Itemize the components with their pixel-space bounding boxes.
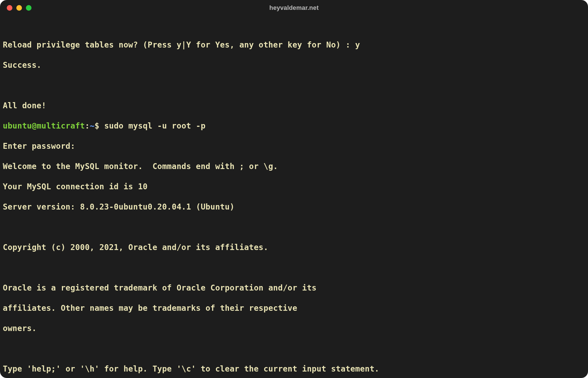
term-line: Server version: 8.0.23-0ubuntu0.20.04.1 … xyxy=(3,202,585,212)
terminal-body[interactable]: Reload privilege tables now? (Press y|Y … xyxy=(0,16,588,378)
term-line: Oracle is a registered trademark of Orac… xyxy=(3,283,585,293)
term-line: Reload privilege tables now? (Press y|Y … xyxy=(3,40,585,50)
titlebar: heyvaldemar.net xyxy=(0,0,588,16)
term-line: Enter password: xyxy=(3,141,585,151)
term-line: Success. xyxy=(3,60,585,70)
term-line: affiliates. Other names may be trademark… xyxy=(3,303,585,313)
term-line: owners. xyxy=(3,323,585,334)
term-line: Type 'help;' or '\h' for help. Type '\c'… xyxy=(3,364,585,374)
term-line xyxy=(3,263,585,273)
prompt-at: @ xyxy=(32,121,37,130)
prompt-command: sudo mysql -u root -p xyxy=(104,121,205,130)
traffic-lights xyxy=(7,5,32,11)
prompt-path: ~ xyxy=(90,121,95,130)
term-line xyxy=(3,344,585,354)
window-title: heyvaldemar.net xyxy=(0,4,588,12)
term-line: Copyright (c) 2000, 2021, Oracle and/or … xyxy=(3,242,585,253)
close-icon[interactable] xyxy=(7,5,12,11)
prompt-user: ubuntu xyxy=(3,121,32,130)
prompt-colon: : xyxy=(85,121,90,130)
terminal-window: heyvaldemar.net Reload privilege tables … xyxy=(0,0,588,378)
zoom-icon[interactable] xyxy=(26,5,32,11)
term-line: Welcome to the MySQL monitor. Commands e… xyxy=(3,161,585,172)
term-line xyxy=(3,222,585,232)
shell-prompt-line: ubuntu@multicraft:~$ sudo mysql -u root … xyxy=(3,121,585,131)
term-line xyxy=(3,80,585,91)
prompt-host: multicraft xyxy=(37,121,85,130)
term-line: Your MySQL connection id is 10 xyxy=(3,182,585,192)
term-line: All done! xyxy=(3,101,585,111)
prompt-dollar: $ xyxy=(95,121,104,130)
minimize-icon[interactable] xyxy=(16,5,22,11)
